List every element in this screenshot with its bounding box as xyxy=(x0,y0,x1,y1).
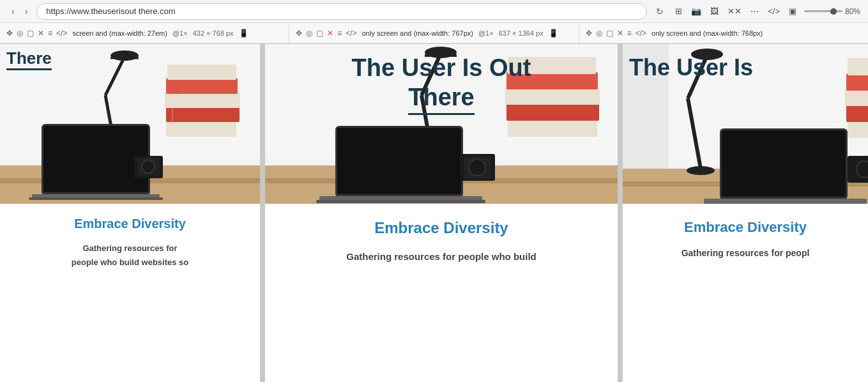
zoom-control: 80% xyxy=(804,7,860,16)
site-body-3: Embrace Diversity Gathering resources fo… xyxy=(623,204,868,277)
layout-icon[interactable]: ▣ xyxy=(786,5,799,17)
code-icon[interactable]: </> xyxy=(765,5,782,17)
svg-rect-13 xyxy=(29,197,163,200)
site-title-line2-2: There xyxy=(408,83,474,116)
devtools-panel-2: ✥ ◎ ▢ ✕ ≡ </> only screen and (max-width… xyxy=(289,23,579,43)
svg-point-63 xyxy=(857,161,868,178)
svg-rect-34 xyxy=(337,128,461,194)
devtools-icon-code[interactable]: </> xyxy=(56,29,67,38)
svg-rect-14 xyxy=(166,121,236,137)
section-heading-1: Embrace Diversity xyxy=(13,217,247,231)
svg-rect-37 xyxy=(508,119,597,137)
zoom-slider[interactable] xyxy=(804,10,842,12)
responsive-icon[interactable]: ⊞ xyxy=(673,5,685,17)
devtools-mq-1: screen and (max-width: 27em) xyxy=(72,29,167,37)
devtools-icon-move[interactable]: ✥ xyxy=(6,29,13,38)
site-title-partial-1: There xyxy=(6,49,52,70)
devtools-icon-screen[interactable]: ▢ xyxy=(27,29,34,38)
svg-rect-59 xyxy=(845,89,868,106)
devtools-icons-3: ✥ ◎ ▢ ✕ ≡ </> xyxy=(586,29,646,38)
viewport-container: There Embrace Diversity Gathering resour… xyxy=(0,44,868,382)
forward-button[interactable]: › xyxy=(21,5,32,18)
devtools-device-2: 📱 xyxy=(549,29,558,38)
site-title-short-3: The User Is xyxy=(629,54,753,80)
url-text: https://www.theuserisout there.com xyxy=(46,6,175,16)
site-title-line1-2: The User Is Out xyxy=(265,54,618,83)
devtools-scale-2: @1× xyxy=(478,29,494,37)
description-1: Gathering resources for people who build… xyxy=(13,241,247,270)
devtools-icon-lines-3[interactable]: ≡ xyxy=(627,29,632,38)
section-heading-2: Embrace Diversity xyxy=(280,219,602,237)
devtools-device-1: 📱 xyxy=(239,29,248,38)
devtools-icon-lines[interactable]: ≡ xyxy=(48,29,52,38)
svg-rect-58 xyxy=(846,105,868,122)
svg-rect-57 xyxy=(848,121,868,138)
svg-rect-16 xyxy=(165,92,240,108)
site-title-panel2: The User Is Out There xyxy=(265,54,618,115)
desc-line1-1: Gathering resources for xyxy=(82,243,177,253)
viewport-panel-2: The User Is Out There Embrace Diversity … xyxy=(265,44,623,382)
section-heading-3: Embrace Diversity xyxy=(633,219,858,236)
devtools-icon-lines-2[interactable]: ≡ xyxy=(337,29,342,38)
devtools-bar: ✥ ◎ ▢ ✕ ≡ </> screen and (max-width: 27e… xyxy=(0,23,868,43)
devtools-icon-cross-2[interactable]: ✕ xyxy=(327,29,333,38)
svg-rect-18 xyxy=(167,65,236,80)
devtools-res-1: 432 × 768 px xyxy=(193,29,234,37)
zoom-label: 80% xyxy=(845,7,860,16)
description-3: Gathering resources for peopl xyxy=(633,246,858,261)
devtools-mq-3: only screen and (max-width: 768px) xyxy=(651,29,763,37)
svg-point-7 xyxy=(110,50,139,61)
back-button[interactable]: ‹ xyxy=(8,5,19,18)
devtools-panel-3: ✥ ◎ ▢ ✕ ≡ </> only screen and (max-width… xyxy=(579,23,868,43)
devtools-icons-2: ✥ ◎ ▢ ✕ ≡ </> xyxy=(296,29,356,38)
devtools-mq-2: only screen and (max-width: 767px) xyxy=(362,29,473,37)
svg-rect-17 xyxy=(166,78,238,94)
browser-chrome: ‹ › https://www.theuserisout there.com ↻… xyxy=(0,0,868,44)
site-content-1: There Embrace Diversity Gathering resour… xyxy=(0,44,260,382)
zoom-thumb xyxy=(830,8,837,15)
devtools-res-2: 637 × 1364 px xyxy=(499,29,544,37)
site-title-panel3: The User Is xyxy=(629,54,868,81)
viewport-panel-1: There Embrace Diversity Gathering resour… xyxy=(0,44,265,382)
site-body-1: Embrace Diversity Gathering resources fo… xyxy=(0,204,260,282)
svg-rect-15 xyxy=(166,106,240,122)
devtools-icon-code-2[interactable]: </> xyxy=(346,29,356,38)
browser-toolbar: ‹ › https://www.theuserisout there.com ↻… xyxy=(0,0,868,23)
devtools-icon-screen-2[interactable]: ▢ xyxy=(316,29,323,38)
section-heading-text-3: Embrace Diversity xyxy=(684,219,807,235)
devtools-icon-cross-3[interactable]: ✕ xyxy=(617,29,623,38)
filter-icon[interactable]: ✕✕ xyxy=(725,5,744,17)
devtools-icon-move-3[interactable]: ✥ xyxy=(586,29,592,38)
devtools-scale-1: @1× xyxy=(172,29,188,37)
devtools-icon-code-3[interactable]: </> xyxy=(636,29,646,38)
site-content-2: The User Is Out There Embrace Diversity … xyxy=(265,44,618,382)
description-2: Gathering resources for people who build xyxy=(280,248,602,265)
toolbar-icons: ⊞ 📷 🖼 ✕✕ ⋯ </> ▣ xyxy=(673,5,799,17)
viewport-panel-3: The User Is Embrace Diversity Gathering … xyxy=(623,44,868,382)
site-title-panel1: There xyxy=(6,49,52,70)
devtools-icon-cross[interactable]: ✕ xyxy=(38,29,44,38)
devtools-panel-1: ✥ ◎ ▢ ✕ ≡ </> screen and (max-width: 27e… xyxy=(0,23,289,43)
address-bar[interactable]: https://www.theuserisout there.com xyxy=(36,3,647,20)
site-body-2: Embrace Diversity Gathering resources fo… xyxy=(265,204,618,280)
svg-rect-56 xyxy=(704,199,867,204)
svg-point-23 xyxy=(142,160,155,173)
svg-point-44 xyxy=(469,159,485,176)
desc-line2-1: people who build websites so xyxy=(72,257,188,267)
reload-button[interactable]: ↻ xyxy=(652,5,667,18)
devtools-icons-1: ✥ ◎ ▢ ✕ ≡ </> xyxy=(6,29,67,38)
svg-rect-55 xyxy=(722,130,846,197)
nav-buttons: ‹ › xyxy=(8,5,31,18)
image-icon[interactable]: 🖼 xyxy=(708,5,721,17)
devtools-icon-screen-3[interactable]: ▢ xyxy=(606,29,613,38)
devtools-icon-camera[interactable]: ◎ xyxy=(17,29,23,38)
svg-rect-11 xyxy=(43,126,148,192)
screenshot-icon[interactable]: 📷 xyxy=(689,5,704,17)
devtools-icon-camera-3[interactable]: ◎ xyxy=(596,29,602,38)
devtools-icon-move-2[interactable]: ✥ xyxy=(296,29,302,38)
site-content-3: The User Is Embrace Diversity Gathering … xyxy=(623,44,868,382)
svg-rect-36 xyxy=(316,200,485,203)
devtools-icon-camera-2[interactable]: ◎ xyxy=(306,29,312,38)
grid-icon[interactable]: ⋯ xyxy=(748,5,761,17)
svg-point-52 xyxy=(687,166,715,175)
